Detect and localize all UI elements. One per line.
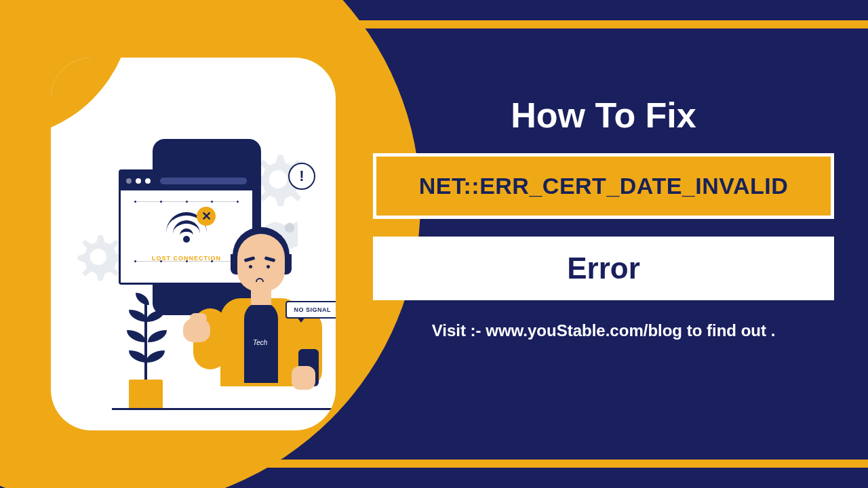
leaf-icon	[136, 293, 149, 305]
window-control-icon	[126, 178, 132, 184]
visit-cta-text: Visit :- www.youStable.com/blog to find …	[432, 321, 776, 340]
error-label: Error	[400, 251, 807, 285]
decorative-dots	[121, 201, 252, 203]
browser-titlebar	[121, 171, 252, 190]
leaf-icon	[127, 330, 146, 342]
page-title: How To Fix	[511, 95, 696, 136]
person-head	[237, 234, 285, 291]
person-hand	[183, 319, 210, 342]
person-illustration: Tech NO SIGNAL	[193, 220, 329, 410]
bottom-accent-bar	[231, 460, 868, 468]
shirt-text: Tech	[253, 339, 267, 346]
gear-icon	[71, 227, 125, 281]
leaf-icon	[148, 330, 167, 342]
person-hand	[292, 366, 315, 390]
address-bar	[160, 178, 247, 184]
plant-pot	[129, 380, 163, 410]
illustration-card: ✕ LOST CONNECTION ! Tech	[51, 58, 336, 430]
person-eye	[249, 265, 252, 268]
person-mouth	[256, 278, 264, 282]
no-signal-bubble: NO SIGNAL	[285, 301, 336, 319]
error-code-text: NET::ERR_CERT_DATE_INVALID	[398, 173, 809, 199]
error-code-box: NET::ERR_CERT_DATE_INVALID	[373, 153, 834, 219]
main-content: How To Fix NET::ERR_CERT_DATE_INVALID Er…	[373, 95, 834, 340]
leaf-icon	[146, 350, 165, 363]
subtitle-box: Error	[373, 237, 834, 300]
illustration-container: ✕ LOST CONNECTION ! Tech	[51, 58, 336, 430]
window-control-icon	[145, 178, 151, 184]
leaf-icon	[146, 310, 165, 322]
window-control-icon	[136, 178, 141, 184]
person-eye	[267, 265, 270, 268]
desk-line	[112, 408, 336, 410]
exclamation-bubble-icon: !	[288, 163, 315, 190]
